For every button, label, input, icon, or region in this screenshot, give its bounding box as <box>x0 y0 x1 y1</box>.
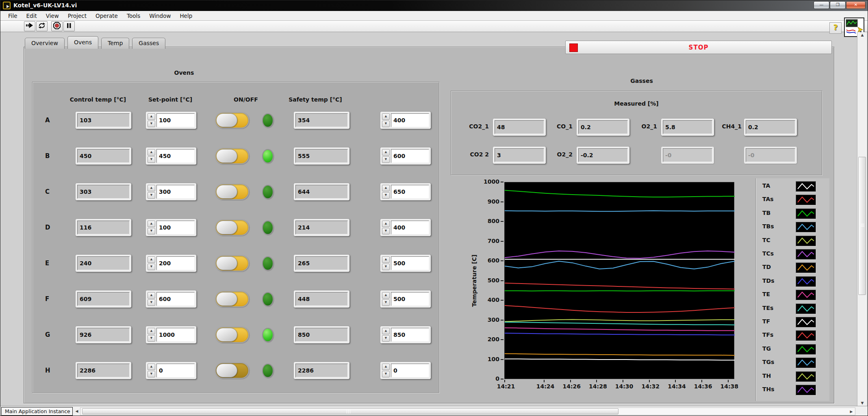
help-button[interactable]: ? <box>829 22 842 34</box>
safety-set-spinner-field[interactable]: 400 <box>391 113 429 127</box>
set-point-spinner[interactable]: ▲▼0 <box>146 362 196 379</box>
on-off-switch[interactable] <box>215 291 249 307</box>
legend-item-TBs[interactable]: TBs <box>756 221 830 234</box>
tab-overview[interactable]: Overview <box>25 38 65 49</box>
spin-up-icon[interactable]: ▲ <box>382 149 390 156</box>
legend-item-TGs[interactable]: TGs <box>756 357 830 369</box>
spin-up-icon[interactable]: ▲ <box>382 221 390 227</box>
spin-buttons[interactable]: ▲▼ <box>148 364 155 377</box>
hscroll-right-arrow[interactable]: ▶ <box>849 410 854 414</box>
legend-item-TCs[interactable]: TCs <box>756 249 830 261</box>
spin-down-icon[interactable]: ▼ <box>148 156 155 163</box>
spin-buttons[interactable]: ▲▼ <box>382 328 390 342</box>
set-point-spinner-field[interactable]: 450 <box>156 149 195 163</box>
on-off-switch[interactable] <box>215 112 249 128</box>
legend-item-THs[interactable]: THs <box>756 384 830 396</box>
maximize-button[interactable]: ❐ <box>830 1 846 9</box>
menu-item-window[interactable]: Window <box>145 12 175 20</box>
spin-buttons[interactable]: ▲▼ <box>148 149 155 163</box>
safety-set-spinner[interactable]: ▲▼650 <box>380 183 431 200</box>
menu-item-operate[interactable]: Operate <box>91 12 122 20</box>
spin-up-icon[interactable]: ▲ <box>382 113 390 120</box>
spin-buttons[interactable]: ▲▼ <box>382 221 390 234</box>
legend-item-TA[interactable]: TA <box>756 181 830 193</box>
menu-item-tools[interactable]: Tools <box>122 12 145 20</box>
spin-buttons[interactable]: ▲▼ <box>148 221 155 234</box>
pause-button[interactable] <box>63 21 75 31</box>
spin-buttons[interactable]: ▲▼ <box>148 256 155 270</box>
hscroll-thumb[interactable] <box>82 408 618 414</box>
spin-up-icon[interactable]: ▲ <box>148 221 155 227</box>
set-point-spinner[interactable]: ▲▼450 <box>146 147 196 165</box>
set-point-spinner-field[interactable]: 100 <box>156 221 195 234</box>
vscroll-thumb[interactable] <box>858 157 866 295</box>
set-point-spinner-field[interactable]: 0 <box>156 364 195 377</box>
safety-set-spinner[interactable]: ▲▼850 <box>380 326 431 343</box>
spin-down-icon[interactable]: ▼ <box>382 121 390 127</box>
tab-ovens[interactable]: Ovens <box>67 36 98 49</box>
spin-up-icon[interactable]: ▲ <box>148 292 155 299</box>
legend-item-TAs[interactable]: TAs <box>756 194 830 206</box>
on-off-switch[interactable] <box>215 184 249 200</box>
spin-buttons[interactable]: ▲▼ <box>382 113 390 127</box>
spin-down-icon[interactable]: ▼ <box>382 299 390 306</box>
safety-set-spinner-field[interactable]: 0 <box>391 364 429 377</box>
spin-buttons[interactable]: ▲▼ <box>382 149 390 163</box>
spin-buttons[interactable]: ▲▼ <box>382 292 390 306</box>
spin-buttons[interactable]: ▲▼ <box>148 328 155 342</box>
set-point-spinner[interactable]: ▲▼300 <box>146 183 196 200</box>
safety-set-spinner-field[interactable]: 500 <box>391 292 429 306</box>
legend-item-TB[interactable]: TB <box>756 208 830 220</box>
spin-down-icon[interactable]: ▼ <box>382 264 390 270</box>
menu-item-file[interactable]: File <box>4 12 22 20</box>
set-point-spinner[interactable]: ▲▼600 <box>146 290 196 308</box>
safety-set-spinner[interactable]: ▲▼400 <box>380 112 431 129</box>
safety-set-spinner[interactable]: ▲▼400 <box>380 219 431 236</box>
set-point-spinner-field[interactable]: 200 <box>156 256 195 270</box>
spin-down-icon[interactable]: ▼ <box>148 228 155 234</box>
spin-buttons[interactable]: ▲▼ <box>148 113 155 127</box>
minimize-button[interactable]: — <box>814 1 829 9</box>
spin-up-icon[interactable]: ▲ <box>148 113 155 120</box>
legend-item-TDs[interactable]: TDs <box>756 276 830 288</box>
legend-item-TC[interactable]: TC <box>756 235 830 247</box>
set-point-spinner-field[interactable]: 1000 <box>156 328 195 342</box>
spin-up-icon[interactable]: ▲ <box>382 292 390 299</box>
set-point-spinner[interactable]: ▲▼100 <box>146 112 196 129</box>
spin-down-icon[interactable]: ▼ <box>148 299 155 306</box>
spin-up-icon[interactable]: ▲ <box>148 185 155 191</box>
hscroll-left-arrow[interactable]: ◀ <box>74 409 79 413</box>
set-point-spinner-field[interactable]: 600 <box>156 292 195 306</box>
spin-down-icon[interactable]: ▼ <box>148 192 155 199</box>
menu-item-view[interactable]: View <box>41 12 63 20</box>
spin-up-icon[interactable]: ▲ <box>148 364 155 370</box>
spin-down-icon[interactable]: ▼ <box>148 121 155 127</box>
safety-set-spinner-field[interactable]: 850 <box>391 328 429 342</box>
on-off-switch[interactable] <box>215 327 249 343</box>
safety-set-spinner-field[interactable]: 400 <box>391 221 429 234</box>
on-off-switch[interactable] <box>215 362 249 379</box>
legend-item-TG[interactable]: TG <box>756 344 830 356</box>
tab-temp[interactable]: Temp <box>101 38 129 49</box>
menu-item-edit[interactable]: Edit <box>22 12 41 20</box>
safety-set-spinner-field[interactable]: 500 <box>391 256 429 270</box>
set-point-spinner[interactable]: ▲▼200 <box>146 255 196 272</box>
safety-set-spinner[interactable]: ▲▼600 <box>380 147 431 165</box>
spin-up-icon[interactable]: ▲ <box>148 149 155 156</box>
set-point-spinner-field[interactable]: 300 <box>156 185 195 199</box>
stop-button[interactable]: STOP <box>565 41 832 54</box>
spin-up-icon[interactable]: ▲ <box>382 185 390 191</box>
spin-down-icon[interactable]: ▼ <box>148 335 155 342</box>
spin-up-icon[interactable]: ▲ <box>382 364 390 370</box>
tab-gasses[interactable]: Gasses <box>132 38 165 49</box>
legend-item-TFs[interactable]: TFs <box>756 330 830 342</box>
vertical-scrollbar[interactable]: ▲ ▼ <box>857 32 867 406</box>
safety-set-spinner-field[interactable]: 600 <box>391 149 429 163</box>
spin-down-icon[interactable]: ▼ <box>382 371 390 377</box>
legend-item-TF[interactable]: TF <box>756 316 830 329</box>
spin-buttons[interactable]: ▲▼ <box>382 364 390 377</box>
spin-down-icon[interactable]: ▼ <box>148 371 155 377</box>
spin-up-icon[interactable]: ▲ <box>148 256 155 263</box>
spin-down-icon[interactable]: ▼ <box>148 264 155 270</box>
spin-buttons[interactable]: ▲▼ <box>148 185 155 199</box>
